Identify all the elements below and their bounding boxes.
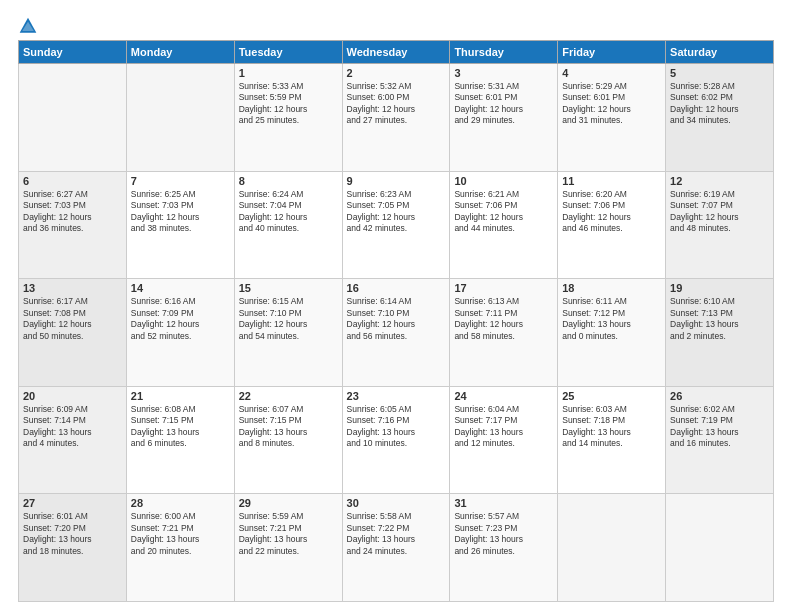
day-info: Sunrise: 6:07 AM Sunset: 7:15 PM Dayligh… xyxy=(239,404,338,450)
day-number: 27 xyxy=(23,497,122,509)
page: SundayMondayTuesdayWednesdayThursdayFrid… xyxy=(0,0,792,612)
day-number: 11 xyxy=(562,175,661,187)
day-number: 19 xyxy=(670,282,769,294)
day-info: Sunrise: 6:00 AM Sunset: 7:21 PM Dayligh… xyxy=(131,511,230,557)
day-info: Sunrise: 6:13 AM Sunset: 7:11 PM Dayligh… xyxy=(454,296,553,342)
calendar-cell: 17Sunrise: 6:13 AM Sunset: 7:11 PM Dayli… xyxy=(450,279,558,387)
calendar-cell xyxy=(558,494,666,602)
day-number: 29 xyxy=(239,497,338,509)
calendar-cell: 26Sunrise: 6:02 AM Sunset: 7:19 PM Dayli… xyxy=(666,386,774,494)
calendar-cell: 22Sunrise: 6:07 AM Sunset: 7:15 PM Dayli… xyxy=(234,386,342,494)
weekday-header: Monday xyxy=(126,41,234,64)
day-number: 16 xyxy=(347,282,446,294)
calendar-cell: 23Sunrise: 6:05 AM Sunset: 7:16 PM Dayli… xyxy=(342,386,450,494)
day-number: 7 xyxy=(131,175,230,187)
calendar-cell: 7Sunrise: 6:25 AM Sunset: 7:03 PM Daylig… xyxy=(126,171,234,279)
calendar-week-row: 20Sunrise: 6:09 AM Sunset: 7:14 PM Dayli… xyxy=(19,386,774,494)
calendar-cell xyxy=(19,64,127,172)
day-number: 3 xyxy=(454,67,553,79)
day-number: 2 xyxy=(347,67,446,79)
calendar-cell: 21Sunrise: 6:08 AM Sunset: 7:15 PM Dayli… xyxy=(126,386,234,494)
day-info: Sunrise: 6:05 AM Sunset: 7:16 PM Dayligh… xyxy=(347,404,446,450)
calendar-cell: 16Sunrise: 6:14 AM Sunset: 7:10 PM Dayli… xyxy=(342,279,450,387)
weekday-header: Tuesday xyxy=(234,41,342,64)
calendar-cell: 28Sunrise: 6:00 AM Sunset: 7:21 PM Dayli… xyxy=(126,494,234,602)
day-info: Sunrise: 6:24 AM Sunset: 7:04 PM Dayligh… xyxy=(239,189,338,235)
day-info: Sunrise: 6:01 AM Sunset: 7:20 PM Dayligh… xyxy=(23,511,122,557)
calendar-cell: 15Sunrise: 6:15 AM Sunset: 7:10 PM Dayli… xyxy=(234,279,342,387)
calendar-cell: 11Sunrise: 6:20 AM Sunset: 7:06 PM Dayli… xyxy=(558,171,666,279)
day-number: 22 xyxy=(239,390,338,402)
calendar-cell: 27Sunrise: 6:01 AM Sunset: 7:20 PM Dayli… xyxy=(19,494,127,602)
day-number: 26 xyxy=(670,390,769,402)
day-info: Sunrise: 6:17 AM Sunset: 7:08 PM Dayligh… xyxy=(23,296,122,342)
day-number: 23 xyxy=(347,390,446,402)
day-info: Sunrise: 6:20 AM Sunset: 7:06 PM Dayligh… xyxy=(562,189,661,235)
day-number: 28 xyxy=(131,497,230,509)
calendar-table: SundayMondayTuesdayWednesdayThursdayFrid… xyxy=(18,40,774,602)
day-number: 30 xyxy=(347,497,446,509)
calendar-week-row: 27Sunrise: 6:01 AM Sunset: 7:20 PM Dayli… xyxy=(19,494,774,602)
calendar-cell: 20Sunrise: 6:09 AM Sunset: 7:14 PM Dayli… xyxy=(19,386,127,494)
day-number: 24 xyxy=(454,390,553,402)
calendar-cell: 10Sunrise: 6:21 AM Sunset: 7:06 PM Dayli… xyxy=(450,171,558,279)
day-number: 12 xyxy=(670,175,769,187)
day-info: Sunrise: 6:10 AM Sunset: 7:13 PM Dayligh… xyxy=(670,296,769,342)
calendar-cell: 24Sunrise: 6:04 AM Sunset: 7:17 PM Dayli… xyxy=(450,386,558,494)
day-number: 10 xyxy=(454,175,553,187)
day-info: Sunrise: 5:59 AM Sunset: 7:21 PM Dayligh… xyxy=(239,511,338,557)
calendar-cell: 6Sunrise: 6:27 AM Sunset: 7:03 PM Daylig… xyxy=(19,171,127,279)
day-info: Sunrise: 6:02 AM Sunset: 7:19 PM Dayligh… xyxy=(670,404,769,450)
day-number: 20 xyxy=(23,390,122,402)
header-row xyxy=(18,16,774,36)
day-number: 1 xyxy=(239,67,338,79)
day-number: 18 xyxy=(562,282,661,294)
day-number: 14 xyxy=(131,282,230,294)
day-info: Sunrise: 5:32 AM Sunset: 6:00 PM Dayligh… xyxy=(347,81,446,127)
calendar-cell: 30Sunrise: 5:58 AM Sunset: 7:22 PM Dayli… xyxy=(342,494,450,602)
calendar-week-row: 6Sunrise: 6:27 AM Sunset: 7:03 PM Daylig… xyxy=(19,171,774,279)
calendar-cell xyxy=(126,64,234,172)
day-info: Sunrise: 5:57 AM Sunset: 7:23 PM Dayligh… xyxy=(454,511,553,557)
day-number: 6 xyxy=(23,175,122,187)
weekday-header: Friday xyxy=(558,41,666,64)
day-info: Sunrise: 5:58 AM Sunset: 7:22 PM Dayligh… xyxy=(347,511,446,557)
day-info: Sunrise: 6:08 AM Sunset: 7:15 PM Dayligh… xyxy=(131,404,230,450)
day-number: 15 xyxy=(239,282,338,294)
calendar-cell: 5Sunrise: 5:28 AM Sunset: 6:02 PM Daylig… xyxy=(666,64,774,172)
day-number: 13 xyxy=(23,282,122,294)
calendar-cell xyxy=(666,494,774,602)
day-number: 25 xyxy=(562,390,661,402)
calendar-cell: 2Sunrise: 5:32 AM Sunset: 6:00 PM Daylig… xyxy=(342,64,450,172)
day-info: Sunrise: 5:28 AM Sunset: 6:02 PM Dayligh… xyxy=(670,81,769,127)
day-info: Sunrise: 6:25 AM Sunset: 7:03 PM Dayligh… xyxy=(131,189,230,235)
day-info: Sunrise: 6:14 AM Sunset: 7:10 PM Dayligh… xyxy=(347,296,446,342)
day-info: Sunrise: 6:09 AM Sunset: 7:14 PM Dayligh… xyxy=(23,404,122,450)
calendar-cell: 12Sunrise: 6:19 AM Sunset: 7:07 PM Dayli… xyxy=(666,171,774,279)
day-number: 21 xyxy=(131,390,230,402)
day-number: 31 xyxy=(454,497,553,509)
calendar-cell: 3Sunrise: 5:31 AM Sunset: 6:01 PM Daylig… xyxy=(450,64,558,172)
day-number: 5 xyxy=(670,67,769,79)
day-number: 8 xyxy=(239,175,338,187)
day-info: Sunrise: 6:03 AM Sunset: 7:18 PM Dayligh… xyxy=(562,404,661,450)
logo xyxy=(18,16,40,36)
day-info: Sunrise: 6:16 AM Sunset: 7:09 PM Dayligh… xyxy=(131,296,230,342)
day-info: Sunrise: 5:33 AM Sunset: 5:59 PM Dayligh… xyxy=(239,81,338,127)
day-info: Sunrise: 6:21 AM Sunset: 7:06 PM Dayligh… xyxy=(454,189,553,235)
weekday-header: Saturday xyxy=(666,41,774,64)
calendar-cell: 4Sunrise: 5:29 AM Sunset: 6:01 PM Daylig… xyxy=(558,64,666,172)
weekday-header: Sunday xyxy=(19,41,127,64)
calendar-cell: 29Sunrise: 5:59 AM Sunset: 7:21 PM Dayli… xyxy=(234,494,342,602)
day-info: Sunrise: 6:11 AM Sunset: 7:12 PM Dayligh… xyxy=(562,296,661,342)
calendar-cell: 14Sunrise: 6:16 AM Sunset: 7:09 PM Dayli… xyxy=(126,279,234,387)
logo-icon xyxy=(18,16,38,36)
day-info: Sunrise: 6:15 AM Sunset: 7:10 PM Dayligh… xyxy=(239,296,338,342)
calendar-week-row: 13Sunrise: 6:17 AM Sunset: 7:08 PM Dayli… xyxy=(19,279,774,387)
calendar-week-row: 1Sunrise: 5:33 AM Sunset: 5:59 PM Daylig… xyxy=(19,64,774,172)
calendar-cell: 1Sunrise: 5:33 AM Sunset: 5:59 PM Daylig… xyxy=(234,64,342,172)
day-number: 4 xyxy=(562,67,661,79)
weekday-header: Thursday xyxy=(450,41,558,64)
calendar-cell: 19Sunrise: 6:10 AM Sunset: 7:13 PM Dayli… xyxy=(666,279,774,387)
calendar-cell: 25Sunrise: 6:03 AM Sunset: 7:18 PM Dayli… xyxy=(558,386,666,494)
